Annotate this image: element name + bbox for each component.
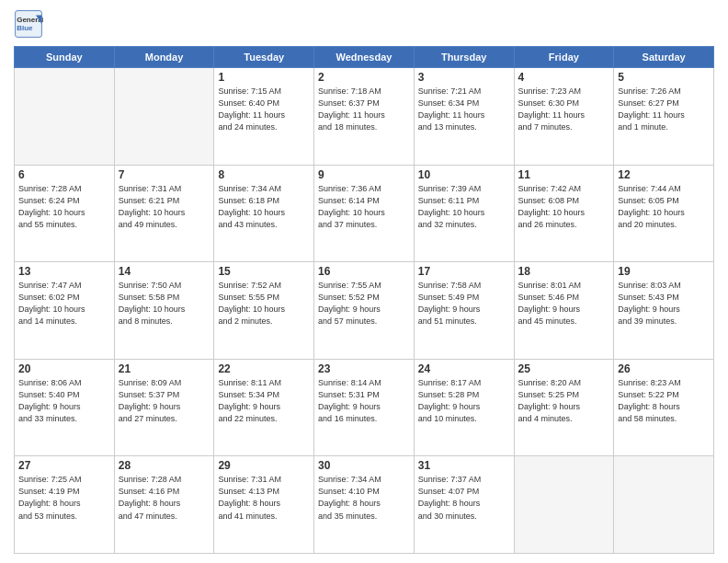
day-info: Sunrise: 7:25 AM Sunset: 4:19 PM Dayligh… — [18, 474, 110, 522]
calendar-cell: 5Sunrise: 7:26 AM Sunset: 6:27 PM Daylig… — [614, 68, 714, 166]
day-number: 22 — [218, 362, 310, 375]
calendar-week-2: 13Sunrise: 7:47 AM Sunset: 6:02 PM Dayli… — [15, 262, 714, 360]
calendar-cell: 6Sunrise: 7:28 AM Sunset: 6:24 PM Daylig… — [15, 165, 115, 262]
day-number: 11 — [518, 168, 610, 181]
calendar-cell: 27Sunrise: 7:25 AM Sunset: 4:19 PM Dayli… — [15, 456, 115, 554]
day-info: Sunrise: 8:09 AM Sunset: 5:37 PM Dayligh… — [119, 377, 210, 425]
day-number: 4 — [518, 71, 610, 84]
day-number: 28 — [119, 459, 210, 472]
day-info: Sunrise: 8:23 AM Sunset: 5:22 PM Dayligh… — [618, 377, 710, 425]
day-number: 6 — [18, 168, 110, 181]
day-info: Sunrise: 8:03 AM Sunset: 5:43 PM Dayligh… — [618, 280, 710, 327]
day-info: Sunrise: 7:34 AM Sunset: 4:10 PM Dayligh… — [318, 474, 410, 522]
day-info: Sunrise: 7:47 AM Sunset: 6:02 PM Dayligh… — [18, 280, 110, 327]
calendar-cell: 19Sunrise: 8:03 AM Sunset: 5:43 PM Dayli… — [614, 262, 714, 360]
logo: General Blue — [14, 9, 47, 39]
calendar-cell: 31Sunrise: 7:37 AM Sunset: 4:07 PM Dayli… — [414, 456, 514, 554]
day-number: 30 — [318, 459, 410, 472]
day-info: Sunrise: 7:15 AM Sunset: 6:40 PM Dayligh… — [218, 86, 310, 133]
calendar-cell: 21Sunrise: 8:09 AM Sunset: 5:37 PM Dayli… — [114, 359, 214, 456]
day-header-wednesday: Wednesday — [314, 47, 415, 68]
calendar-cell: 18Sunrise: 8:01 AM Sunset: 5:46 PM Dayli… — [514, 262, 614, 360]
calendar-cell: 24Sunrise: 8:17 AM Sunset: 5:28 PM Dayli… — [414, 359, 514, 456]
day-info: Sunrise: 7:52 AM Sunset: 5:55 PM Dayligh… — [218, 280, 310, 327]
day-info: Sunrise: 8:14 AM Sunset: 5:31 PM Dayligh… — [318, 377, 410, 425]
day-number: 17 — [418, 265, 510, 278]
day-number: 18 — [518, 265, 610, 278]
calendar-cell: 13Sunrise: 7:47 AM Sunset: 6:02 PM Dayli… — [15, 262, 115, 360]
calendar-cell: 17Sunrise: 7:58 AM Sunset: 5:49 PM Dayli… — [414, 262, 514, 360]
calendar-cell: 15Sunrise: 7:52 AM Sunset: 5:55 PM Dayli… — [214, 262, 314, 360]
day-header-sunday: Sunday — [15, 47, 115, 68]
day-number: 19 — [618, 265, 710, 278]
day-info: Sunrise: 7:34 AM Sunset: 6:18 PM Dayligh… — [218, 183, 310, 231]
day-number: 31 — [418, 459, 510, 472]
day-info: Sunrise: 8:06 AM Sunset: 5:40 PM Dayligh… — [18, 377, 110, 425]
day-number: 16 — [318, 265, 410, 278]
svg-text:Blue: Blue — [17, 24, 33, 32]
day-number: 24 — [418, 362, 510, 375]
calendar-week-4: 27Sunrise: 7:25 AM Sunset: 4:19 PM Dayli… — [15, 456, 714, 554]
page: General Blue SundayMondayTuesdayWednesda… — [0, 0, 728, 563]
calendar-cell: 28Sunrise: 7:28 AM Sunset: 4:16 PM Dayli… — [114, 456, 214, 554]
day-number: 13 — [18, 265, 110, 278]
day-number: 20 — [18, 362, 110, 375]
day-info: Sunrise: 7:55 AM Sunset: 5:52 PM Dayligh… — [318, 280, 410, 327]
day-info: Sunrise: 7:21 AM Sunset: 6:34 PM Dayligh… — [418, 86, 510, 133]
header: General Blue — [14, 9, 714, 39]
calendar-cell: 30Sunrise: 7:34 AM Sunset: 4:10 PM Dayli… — [314, 456, 415, 554]
day-info: Sunrise: 8:01 AM Sunset: 5:46 PM Dayligh… — [518, 280, 610, 327]
day-header-tuesday: Tuesday — [214, 47, 314, 68]
day-info: Sunrise: 7:18 AM Sunset: 6:37 PM Dayligh… — [318, 86, 410, 133]
day-header-monday: Monday — [114, 47, 214, 68]
day-info: Sunrise: 7:58 AM Sunset: 5:49 PM Dayligh… — [418, 280, 510, 327]
day-header-saturday: Saturday — [614, 47, 714, 68]
calendar-cell: 4Sunrise: 7:23 AM Sunset: 6:30 PM Daylig… — [514, 68, 614, 166]
day-info: Sunrise: 7:31 AM Sunset: 6:21 PM Dayligh… — [119, 183, 210, 231]
day-number: 12 — [618, 168, 710, 181]
day-number: 2 — [318, 71, 410, 84]
day-info: Sunrise: 7:28 AM Sunset: 6:24 PM Dayligh… — [18, 183, 110, 231]
day-number: 3 — [418, 71, 510, 84]
calendar-cell: 10Sunrise: 7:39 AM Sunset: 6:11 PM Dayli… — [414, 165, 514, 262]
calendar-cell — [614, 456, 714, 554]
calendar-week-0: 1Sunrise: 7:15 AM Sunset: 6:40 PM Daylig… — [15, 68, 714, 166]
calendar-week-3: 20Sunrise: 8:06 AM Sunset: 5:40 PM Dayli… — [15, 359, 714, 456]
day-number: 21 — [119, 362, 210, 375]
day-info: Sunrise: 8:17 AM Sunset: 5:28 PM Dayligh… — [418, 377, 510, 425]
calendar-cell: 8Sunrise: 7:34 AM Sunset: 6:18 PM Daylig… — [214, 165, 314, 262]
day-number: 29 — [218, 459, 310, 472]
day-info: Sunrise: 7:44 AM Sunset: 6:05 PM Dayligh… — [618, 183, 710, 231]
day-number: 5 — [618, 71, 710, 84]
day-header-thursday: Thursday — [414, 47, 514, 68]
calendar-cell: 23Sunrise: 8:14 AM Sunset: 5:31 PM Dayli… — [314, 359, 415, 456]
day-info: Sunrise: 7:28 AM Sunset: 4:16 PM Dayligh… — [119, 474, 210, 522]
calendar-cell — [114, 68, 214, 166]
calendar-cell: 12Sunrise: 7:44 AM Sunset: 6:05 PM Dayli… — [614, 165, 714, 262]
day-info: Sunrise: 8:11 AM Sunset: 5:34 PM Dayligh… — [218, 377, 310, 425]
day-number: 25 — [518, 362, 610, 375]
calendar-table: SundayMondayTuesdayWednesdayThursdayFrid… — [14, 46, 714, 554]
day-info: Sunrise: 7:23 AM Sunset: 6:30 PM Dayligh… — [518, 86, 610, 133]
day-number: 8 — [218, 168, 310, 181]
day-number: 26 — [618, 362, 710, 375]
day-number: 14 — [119, 265, 210, 278]
calendar-week-1: 6Sunrise: 7:28 AM Sunset: 6:24 PM Daylig… — [15, 165, 714, 262]
day-info: Sunrise: 7:50 AM Sunset: 5:58 PM Dayligh… — [119, 280, 210, 327]
calendar-cell: 22Sunrise: 8:11 AM Sunset: 5:34 PM Dayli… — [214, 359, 314, 456]
calendar-cell: 16Sunrise: 7:55 AM Sunset: 5:52 PM Dayli… — [314, 262, 415, 360]
day-number: 23 — [318, 362, 410, 375]
day-info: Sunrise: 7:39 AM Sunset: 6:11 PM Dayligh… — [418, 183, 510, 231]
calendar-cell: 3Sunrise: 7:21 AM Sunset: 6:34 PM Daylig… — [414, 68, 514, 166]
day-info: Sunrise: 7:36 AM Sunset: 6:14 PM Dayligh… — [318, 183, 410, 231]
calendar-cell: 26Sunrise: 8:23 AM Sunset: 5:22 PM Dayli… — [614, 359, 714, 456]
logo-icon: General Blue — [14, 9, 43, 39]
calendar-cell: 1Sunrise: 7:15 AM Sunset: 6:40 PM Daylig… — [214, 68, 314, 166]
calendar-cell: 7Sunrise: 7:31 AM Sunset: 6:21 PM Daylig… — [114, 165, 214, 262]
calendar-cell — [15, 68, 115, 166]
calendar-cell: 9Sunrise: 7:36 AM Sunset: 6:14 PM Daylig… — [314, 165, 415, 262]
calendar-cell: 14Sunrise: 7:50 AM Sunset: 5:58 PM Dayli… — [114, 262, 214, 360]
calendar-cell: 25Sunrise: 8:20 AM Sunset: 5:25 PM Dayli… — [514, 359, 614, 456]
day-number: 1 — [218, 71, 310, 84]
day-info: Sunrise: 7:37 AM Sunset: 4:07 PM Dayligh… — [418, 474, 510, 522]
